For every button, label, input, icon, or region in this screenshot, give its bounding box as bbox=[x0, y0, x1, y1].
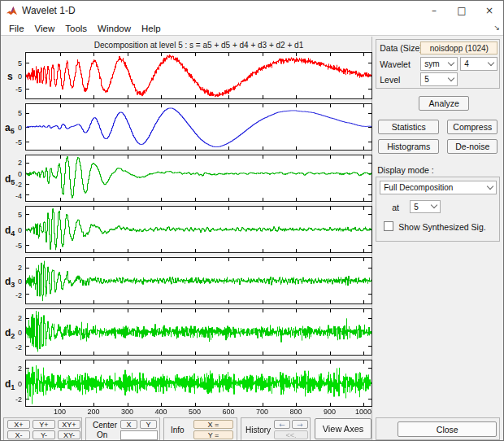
center-x-button[interactable]: X bbox=[120, 420, 137, 429]
center-on-label: On bbox=[97, 430, 107, 439]
x-tick-label: 200 bbox=[81, 408, 106, 416]
panel-d5 bbox=[25, 155, 372, 202]
level-select[interactable]: 5 bbox=[420, 72, 458, 86]
y-tick-label: 0 bbox=[2, 380, 22, 388]
y-tick-label: 2 bbox=[2, 314, 22, 322]
minimize-button[interactable]: – bbox=[420, 1, 448, 20]
y-tick-label: 0 bbox=[2, 124, 22, 132]
panel-s bbox=[25, 52, 372, 99]
maximize-button[interactable]: □ bbox=[448, 1, 476, 20]
zoom-group: X+Y+XY+X-Y-XY- bbox=[3, 417, 82, 441]
close-frame: Close bbox=[376, 417, 500, 440]
zoom-xy-minusplus-button[interactable]: XY+ bbox=[58, 420, 80, 429]
menu-item-tools[interactable]: Tools bbox=[65, 24, 87, 33]
menu-item-help[interactable]: Help bbox=[141, 24, 161, 33]
history-group: History ← → <<. bbox=[241, 417, 311, 441]
level-value: 5 bbox=[424, 75, 429, 84]
zoom-xy-minus-button[interactable]: XY- bbox=[58, 430, 80, 439]
history-forward-button[interactable]: → bbox=[292, 420, 308, 429]
y-tick-label: 2 bbox=[2, 365, 22, 373]
chevron-down-icon bbox=[448, 59, 454, 65]
close-button[interactable]: Close bbox=[398, 421, 497, 437]
menu-bar: FileViewToolsWindowHelp ↘ bbox=[1, 20, 503, 36]
control-panel: Data (Size) noisdopp (1024) Wavelet sym … bbox=[372, 37, 503, 441]
close-window-button[interactable]: × bbox=[476, 1, 503, 20]
menu-item-file[interactable]: File bbox=[9, 24, 24, 33]
info-y-button[interactable]: Y = bbox=[193, 430, 233, 439]
signal-plot-d1[interactable] bbox=[26, 360, 371, 406]
zoom-y-minusplus-button[interactable]: Y+ bbox=[33, 420, 55, 429]
denoise-button[interactable]: De-noise bbox=[447, 139, 497, 154]
signal-plot-d2[interactable] bbox=[26, 309, 371, 355]
window-title: Wavelet 1-D bbox=[22, 5, 76, 16]
x-tick-label: 300 bbox=[115, 408, 140, 416]
chevron-down-icon bbox=[431, 202, 437, 208]
zoom-x-minusplus-button[interactable]: X+ bbox=[7, 420, 30, 429]
history-back-button[interactable]: ← bbox=[274, 420, 290, 429]
x-tick-label: 400 bbox=[149, 408, 173, 416]
y-tick-label: 0 bbox=[2, 329, 22, 337]
wavelet-family-select[interactable]: sym bbox=[420, 57, 458, 71]
center-y-button[interactable]: Y bbox=[140, 420, 157, 429]
signal-plot-s[interactable] bbox=[26, 53, 371, 98]
compress-button[interactable]: Compress bbox=[447, 120, 497, 134]
x-tick-label: 900 bbox=[318, 408, 342, 416]
y-tick-label: 5 bbox=[2, 59, 22, 68]
signal-plot-d5[interactable] bbox=[26, 155, 371, 201]
info-x-button[interactable]: X = bbox=[193, 420, 233, 429]
at-level-value: 5 bbox=[414, 203, 419, 212]
data-size-field: noisdopp (1024) bbox=[420, 41, 497, 55]
wavelet-family-value: sym bbox=[424, 59, 439, 68]
x-tick-label: 600 bbox=[216, 408, 241, 416]
history-clear-button[interactable]: <<. bbox=[274, 430, 308, 439]
chevron-down-icon bbox=[448, 74, 454, 81]
y-tick-label: 0 bbox=[2, 226, 22, 234]
y-tick-label: 5 bbox=[2, 211, 22, 219]
menu-overflow-icon[interactable]: ↘ bbox=[493, 24, 500, 32]
y-tick-label: 5 bbox=[2, 109, 22, 117]
x-tick-label: 500 bbox=[183, 408, 207, 416]
data-wavelet-frame: Data (Size) noisdopp (1024) Wavelet sym … bbox=[376, 39, 500, 89]
at-level-select[interactable]: 5 bbox=[410, 200, 441, 213]
y-tick-label: 0 bbox=[2, 170, 22, 178]
y-tick-label: 2 bbox=[2, 159, 22, 167]
panel-d1 bbox=[25, 360, 372, 407]
y-tick-label: -5 bbox=[2, 242, 22, 250]
wavelet-1d-window: Wavelet 1-D – □ × FileViewToolsWindowHel… bbox=[0, 0, 504, 441]
menu-item-window[interactable]: Window bbox=[98, 24, 131, 33]
center-on-input[interactable] bbox=[120, 430, 158, 440]
statistics-button[interactable]: Statistics bbox=[378, 120, 439, 134]
wavelet-label: Wavelet bbox=[380, 59, 411, 69]
menu-item-view[interactable]: View bbox=[35, 24, 55, 33]
wavelet-number-value: 4 bbox=[464, 59, 469, 68]
signal-plot-d3[interactable] bbox=[26, 258, 371, 303]
y-tick-label: -2 bbox=[2, 291, 22, 299]
y-tick-label: 0 bbox=[2, 72, 22, 81]
y-tick-label: -5 bbox=[2, 85, 22, 94]
decomposition-title: Decomposition at level 5 : s = a5 + d5 +… bbox=[25, 41, 372, 50]
y-tick-label: 0 bbox=[2, 277, 22, 286]
center-group: Center On X Y bbox=[85, 417, 160, 441]
signal-plot-a5[interactable] bbox=[26, 104, 371, 150]
title-bar: Wavelet 1-D – □ × bbox=[1, 1, 503, 20]
level-label: Level bbox=[380, 75, 400, 85]
x-tick-label: 800 bbox=[284, 408, 308, 416]
info-group: Info X = Y = bbox=[163, 417, 237, 441]
center-label: Center bbox=[93, 421, 117, 430]
zoom-y-minus-button[interactable]: Y- bbox=[33, 430, 55, 439]
show-synthesized-checkbox[interactable] bbox=[384, 221, 393, 231]
info-label: Info bbox=[171, 426, 185, 434]
display-mode-select[interactable]: Full Decomposition bbox=[380, 181, 497, 194]
y-tick-label: -4 bbox=[2, 192, 22, 200]
chevron-down-icon bbox=[488, 59, 494, 65]
analyze-button[interactable]: Analyze bbox=[419, 96, 469, 111]
x-tick-label: 700 bbox=[250, 408, 275, 416]
history-label: History bbox=[245, 426, 271, 434]
view-axes-button[interactable]: View Axes bbox=[315, 418, 371, 439]
y-tick-label: -2 bbox=[2, 181, 22, 189]
wavelet-number-select[interactable]: 4 bbox=[460, 57, 497, 71]
y-tick-label: -2 bbox=[2, 343, 22, 351]
histograms-button[interactable]: Histograms bbox=[378, 139, 439, 154]
zoom-x-minus-button[interactable]: X- bbox=[7, 430, 30, 439]
signal-plot-d4[interactable] bbox=[26, 207, 371, 252]
